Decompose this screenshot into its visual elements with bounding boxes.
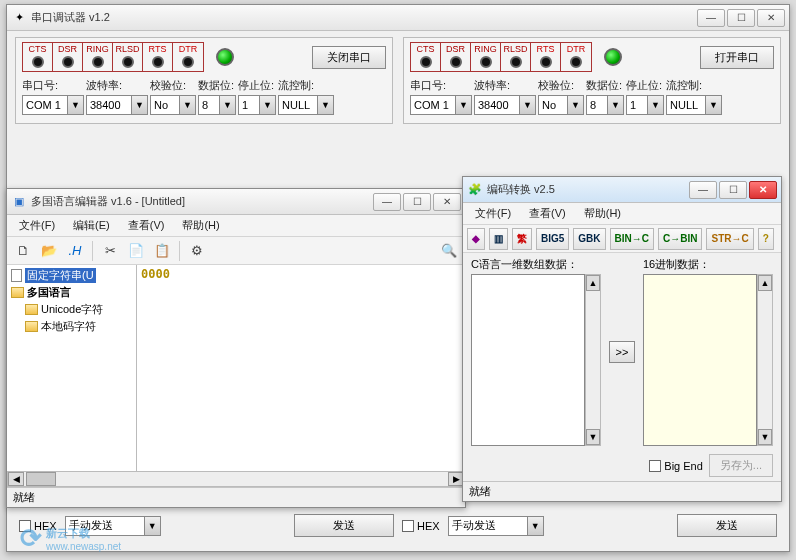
chevron-down-icon[interactable]: ▼ [180, 95, 196, 115]
status-led [216, 48, 234, 66]
hex-checkbox[interactable]: HEX [402, 520, 440, 532]
fan-button[interactable]: 繁 [512, 228, 532, 250]
menu-help[interactable]: 帮助(H) [174, 216, 227, 235]
stopbits-select[interactable] [238, 95, 260, 115]
chevron-down-icon[interactable]: ▼ [528, 516, 544, 536]
chevron-down-icon[interactable]: ▼ [132, 95, 148, 115]
menu-view[interactable]: 查看(V) [120, 216, 173, 235]
flow-select[interactable] [278, 95, 318, 115]
open-icon[interactable]: 📂 [37, 240, 61, 262]
close-port-button[interactable]: 关闭串口 [312, 46, 386, 69]
menu-file[interactable]: 文件(F) [11, 216, 63, 235]
new-icon[interactable]: 🗋 [11, 240, 35, 262]
minimize-button[interactable]: — [373, 193, 401, 211]
maximize-button[interactable]: ☐ [727, 9, 755, 27]
encoder-statusbar: 就绪 [463, 481, 781, 501]
open-port-button[interactable]: 打开串口 [700, 46, 774, 69]
close-button[interactable]: ✕ [757, 9, 785, 27]
scroll-down-icon[interactable]: ▼ [758, 429, 772, 445]
status-text: 就绪 [469, 484, 491, 499]
big5-button[interactable]: BIG5 [536, 228, 569, 250]
stopbits-select[interactable] [626, 95, 648, 115]
vscrollbar[interactable]: ▲▼ [585, 274, 601, 446]
databits-select[interactable] [586, 95, 608, 115]
tool-icon[interactable]: ⚙ [185, 240, 209, 262]
port-select[interactable] [22, 95, 68, 115]
chevron-down-icon[interactable]: ▼ [220, 95, 236, 115]
chevron-down-icon[interactable]: ▼ [648, 95, 664, 115]
cut-icon[interactable]: ✂ [98, 240, 122, 262]
port-select[interactable] [410, 95, 456, 115]
paste-icon[interactable]: 📋 [150, 240, 174, 262]
chevron-down-icon[interactable]: ▼ [456, 95, 472, 115]
scroll-thumb[interactable] [26, 472, 56, 486]
menu-view[interactable]: 查看(V) [521, 204, 574, 223]
c-to-bin-button[interactable]: C→BIN [658, 228, 702, 250]
databits-select[interactable] [198, 95, 220, 115]
chevron-down-icon[interactable]: ▼ [260, 95, 276, 115]
minimize-button[interactable]: — [689, 181, 717, 199]
hex-view[interactable]: 0000 [137, 265, 465, 471]
tree-item-unicode[interactable]: Unicode字符 [9, 301, 134, 318]
tree-item-local[interactable]: 本地码字符 [9, 318, 134, 335]
book-icon[interactable]: ◆ [467, 228, 485, 250]
folder-icon [25, 304, 38, 315]
hex-textarea[interactable] [643, 274, 757, 446]
maximize-button[interactable]: ☐ [403, 193, 431, 211]
copy-icon[interactable]: 📄 [124, 240, 148, 262]
sendmode-select[interactable] [448, 516, 528, 536]
c-array-textarea[interactable] [471, 274, 585, 446]
page-icon [11, 269, 22, 282]
editor-menubar: 文件(F) 编辑(E) 查看(V) 帮助(H) [7, 215, 465, 237]
chevron-down-icon[interactable]: ▼ [608, 95, 624, 115]
menu-help[interactable]: 帮助(H) [576, 204, 629, 223]
menu-edit[interactable]: 编辑(E) [65, 216, 118, 235]
menu-file[interactable]: 文件(F) [467, 204, 519, 223]
scroll-left-icon[interactable]: ◀ [8, 472, 24, 486]
encoder-title: 编码转换 v2.5 [487, 182, 689, 197]
parity-select[interactable] [538, 95, 568, 115]
find-icon[interactable]: 🔍 [437, 240, 461, 262]
parity-select[interactable] [150, 95, 180, 115]
chevron-down-icon[interactable]: ▼ [706, 95, 722, 115]
close-button[interactable]: ✕ [749, 181, 777, 199]
chevron-down-icon[interactable]: ▼ [520, 95, 536, 115]
watermark: ⟳ 新云下载 www.newasp.net [20, 523, 121, 554]
app-icon: ▣ [11, 194, 27, 210]
saveas-button[interactable]: 另存为... [709, 454, 773, 477]
send-button[interactable]: 发送 [677, 514, 777, 537]
chevron-down-icon[interactable]: ▼ [145, 516, 161, 536]
baud-select[interactable] [86, 95, 132, 115]
close-button[interactable]: ✕ [433, 193, 461, 211]
bigend-checkbox[interactable]: Big End [649, 460, 703, 472]
tree-view[interactable]: 固定字符串(U 多国语言 Unicode字符 本地码字符 [7, 265, 137, 471]
flow-select[interactable] [666, 95, 706, 115]
send-button[interactable]: 发送 [294, 514, 394, 537]
scroll-down-icon[interactable]: ▼ [586, 429, 600, 445]
left-col-label: C语言一维数组数据： [471, 257, 601, 272]
scroll-up-icon[interactable]: ▲ [586, 275, 600, 291]
vscrollbar[interactable]: ▲▼ [757, 274, 773, 446]
transfer-button[interactable]: >> [609, 341, 635, 363]
save-icon[interactable]: .H [63, 240, 87, 262]
baud-select[interactable] [474, 95, 520, 115]
str-to-c-button[interactable]: STR→C [706, 228, 753, 250]
columns-icon[interactable]: ▥ [489, 228, 508, 250]
maximize-button[interactable]: ☐ [719, 181, 747, 199]
chevron-down-icon[interactable]: ▼ [318, 95, 334, 115]
gbk-button[interactable]: GBK [573, 228, 605, 250]
tree-item-root[interactable]: 多国语言 [9, 284, 134, 301]
serial-right-panel: CTS DSR RING RLSD RTS DTR 打开串口 串口号:▼ 波特率… [403, 37, 781, 124]
led-dtr [182, 56, 194, 68]
encoder-toolbar: ◆ ▥ 繁 BIG5 GBK BIN→C C→BIN STR→C ? [463, 225, 781, 253]
scroll-up-icon[interactable]: ▲ [758, 275, 772, 291]
chevron-down-icon[interactable]: ▼ [568, 95, 584, 115]
editor-titlebar: ▣ 多国语言编辑器 v1.6 - [Untitled] — ☐ ✕ [7, 189, 465, 215]
hex-offset: 0000 [141, 267, 170, 281]
bin-to-c-button[interactable]: BIN→C [610, 228, 654, 250]
tree-item-fixed[interactable]: 固定字符串(U [9, 267, 134, 284]
minimize-button[interactable]: — [697, 9, 725, 27]
chevron-down-icon[interactable]: ▼ [68, 95, 84, 115]
hscrollbar[interactable]: ◀ ▶ [7, 471, 465, 487]
help-button[interactable]: ? [758, 228, 774, 250]
